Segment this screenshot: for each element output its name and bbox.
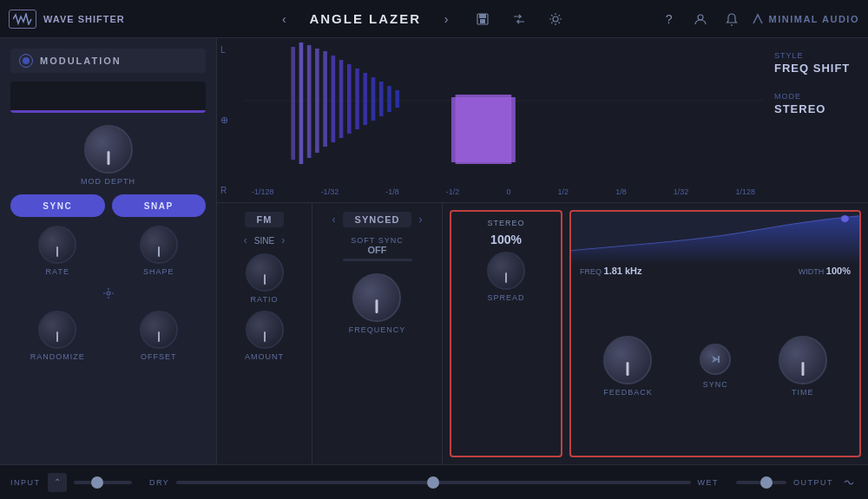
offset-knob[interactable] bbox=[140, 311, 178, 349]
feedback-knob[interactable] bbox=[603, 336, 652, 384]
bell-button[interactable] bbox=[720, 8, 743, 30]
mod-indicator-inner bbox=[23, 57, 30, 64]
frequency-label: FREQUENCY bbox=[349, 325, 406, 334]
brand-logo: MINIMAL AUDIO bbox=[752, 13, 859, 25]
bottom-bar: INPUT ⌃ DRY WET OUTPUT bbox=[0, 464, 868, 499]
sync-button[interactable]: SYNC bbox=[10, 194, 105, 217]
link-icon[interactable] bbox=[100, 285, 117, 302]
input-thumb[interactable] bbox=[91, 476, 103, 489]
link-row bbox=[10, 285, 206, 302]
rate-label: RATE bbox=[46, 267, 69, 276]
frequency-knob[interactable] bbox=[352, 273, 401, 322]
ratio-label: RATIO bbox=[251, 295, 279, 304]
ratio-cell: RATIO bbox=[246, 253, 284, 304]
amount-knob[interactable] bbox=[246, 311, 284, 349]
time-knob[interactable] bbox=[779, 336, 827, 384]
shape-label: SHAPE bbox=[143, 267, 174, 276]
delay-display bbox=[571, 212, 859, 264]
prev-button[interactable]: ‹ bbox=[273, 8, 295, 30]
input-section: INPUT ⌃ bbox=[10, 473, 132, 492]
svg-rect-8 bbox=[299, 43, 304, 164]
waveform-area: L ⊕ R bbox=[217, 38, 868, 203]
dry-wet-section: DRY WET bbox=[141, 478, 727, 487]
randomize-cell: RANDOMIZE bbox=[10, 311, 105, 361]
amount-label: AMOUNT bbox=[245, 352, 284, 361]
offset-cell: OFFSET bbox=[112, 311, 207, 361]
sine-nav: ‹ SINE › bbox=[244, 234, 285, 246]
randomize-label: RANDOMIZE bbox=[30, 352, 85, 361]
feedback-cell: FEEDBACK bbox=[603, 336, 653, 397]
synced-next[interactable]: › bbox=[418, 213, 422, 226]
synced-prev[interactable]: ‹ bbox=[332, 213, 336, 226]
feedback-time-row: FEEDBACK SYNC TIME bbox=[571, 278, 859, 456]
mod-depth-label: MOD DEPTH bbox=[10, 177, 206, 186]
shuffle-button[interactable] bbox=[508, 8, 530, 30]
preset-name: ANGLE LAZER bbox=[309, 11, 421, 26]
shape-knob[interactable] bbox=[140, 226, 178, 264]
soft-sync-area: SOFT SYNC OFF bbox=[343, 236, 412, 265]
waveform-label-l: L bbox=[220, 45, 240, 55]
feedback-label: FEEDBACK bbox=[603, 388, 653, 397]
svg-rect-14 bbox=[347, 64, 352, 134]
label-neg128: -1/128 bbox=[252, 187, 274, 196]
delay-section: FREQ 1.81 kHz WIDTH 100% FEEDBACK SYNC bbox=[569, 210, 861, 457]
sine-next[interactable]: › bbox=[281, 234, 285, 246]
mod-depth-section: MOD DEPTH bbox=[10, 125, 206, 186]
soft-sync-title: SOFT SYNC bbox=[343, 236, 412, 245]
help-button[interactable]: ? bbox=[658, 8, 681, 30]
rate-knob[interactable] bbox=[38, 226, 76, 264]
mod-indicator[interactable] bbox=[19, 54, 33, 68]
freq-value: 1.81 kHz bbox=[604, 266, 642, 276]
controls-row: FM ‹ SINE › RATIO AMOUNT ‹ bbox=[217, 203, 868, 464]
sync-time-label: SYNC bbox=[703, 380, 728, 389]
input-expand[interactable]: ⌃ bbox=[48, 473, 67, 492]
save-button[interactable] bbox=[471, 8, 494, 30]
waveform-right-info: STYLE FREQ SHIFT MODE STEREO bbox=[764, 38, 868, 202]
svg-rect-10 bbox=[315, 49, 319, 153]
spread-label: SPREAD bbox=[487, 293, 524, 302]
mode-value: STEREO bbox=[774, 102, 858, 115]
svg-rect-13 bbox=[339, 60, 344, 138]
amount-cell: AMOUNT bbox=[245, 311, 284, 361]
soft-sync-bar[interactable] bbox=[343, 259, 412, 261]
spread-cell: SPREAD bbox=[487, 252, 525, 302]
waveform-label-center: ⊕ bbox=[220, 115, 240, 126]
stereo-label: STEREO bbox=[487, 219, 524, 227]
synced-nav: ‹ SYNCED › bbox=[332, 212, 423, 227]
rate-shape-row: RATE SHAPE bbox=[10, 226, 206, 276]
svg-rect-18 bbox=[379, 82, 384, 116]
snap-button[interactable]: SNAP bbox=[112, 194, 207, 217]
synced-section: ‹ SYNCED › SOFT SYNC OFF FREQUENCY bbox=[312, 203, 443, 464]
style-label: STYLE bbox=[774, 51, 858, 60]
settings-button[interactable] bbox=[544, 8, 567, 30]
ratio-knob[interactable] bbox=[246, 253, 284, 292]
output-section: OUTPUT bbox=[736, 474, 858, 491]
output-thumb[interactable] bbox=[760, 476, 773, 489]
svg-rect-20 bbox=[395, 90, 399, 108]
label-0: 0 bbox=[506, 187, 510, 196]
style-info: STYLE FREQ SHIFT bbox=[774, 51, 858, 75]
top-bar-right: ? MINIMAL AUDIO bbox=[658, 8, 859, 30]
dry-wet-thumb[interactable] bbox=[427, 476, 439, 489]
sine-prev[interactable]: ‹ bbox=[244, 234, 247, 246]
next-button[interactable]: › bbox=[435, 8, 457, 30]
output-slider[interactable] bbox=[736, 481, 786, 484]
waveform-canvas[interactable]: -1/128 -1/32 -1/8 -1/2 0 1/2 1/8 1/32 1/… bbox=[243, 38, 764, 202]
mod-depth-knob[interactable] bbox=[84, 125, 133, 174]
output-label: OUTPUT bbox=[793, 478, 833, 487]
fm-section: FM ‹ SINE › RATIO AMOUNT bbox=[217, 203, 312, 464]
dry-wet-slider[interactable] bbox=[176, 481, 690, 484]
sine-label: SINE bbox=[254, 236, 274, 246]
center-panel: L ⊕ R bbox=[217, 38, 868, 464]
plugin-name: WAVE SHIFTER bbox=[43, 14, 125, 24]
input-slider[interactable] bbox=[74, 481, 133, 484]
svg-rect-17 bbox=[372, 77, 376, 121]
svg-rect-2 bbox=[480, 19, 485, 23]
spread-knob[interactable] bbox=[487, 252, 525, 290]
randomize-knob[interactable] bbox=[38, 311, 76, 349]
output-icon[interactable] bbox=[840, 474, 858, 491]
dry-label: DRY bbox=[149, 478, 169, 487]
svg-rect-9 bbox=[307, 45, 312, 158]
label-neg8: -1/8 bbox=[385, 187, 399, 196]
user-button[interactable] bbox=[689, 8, 712, 30]
